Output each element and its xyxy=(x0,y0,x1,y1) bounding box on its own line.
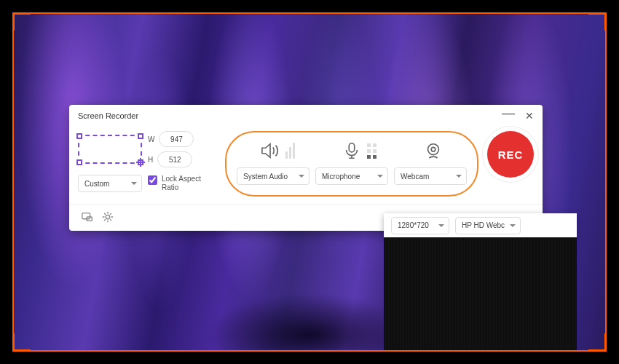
lock-aspect-checkbox[interactable] xyxy=(148,175,157,185)
pip-icon[interactable] xyxy=(81,210,94,223)
capture-region-thumbnail[interactable] xyxy=(78,135,142,164)
webcam-preview xyxy=(384,237,577,350)
microphone-select[interactable]: Microphone xyxy=(315,167,388,185)
system-audio-select[interactable]: System Audio xyxy=(237,167,310,185)
system-audio-value: System Audio xyxy=(243,173,288,181)
height-label: H xyxy=(148,156,153,164)
capture-frame-corner[interactable] xyxy=(588,333,607,352)
capture-frame-edge xyxy=(30,12,589,14)
record-button[interactable]: REC xyxy=(487,131,534,178)
close-button[interactable]: ✕ xyxy=(525,111,534,121)
capture-frame-corner[interactable] xyxy=(12,333,31,352)
webcam-device-value: HP HD Webc xyxy=(462,221,505,229)
webcam-value: Webcam xyxy=(401,173,429,181)
svg-point-2 xyxy=(431,147,435,151)
microphone-icon-slot xyxy=(341,141,376,160)
capture-frame-corner[interactable] xyxy=(588,12,607,31)
svg-point-5 xyxy=(106,215,109,218)
titlebar: Screen Recorder — ✕ xyxy=(69,105,543,124)
capture-settings: W H Custom Lock Aspect Ratio xyxy=(78,131,216,192)
webcam-select[interactable]: Webcam xyxy=(394,167,467,185)
webcam-icon-slot xyxy=(422,141,444,160)
system-audio-icon-slot xyxy=(259,141,295,160)
preset-select[interactable]: Custom xyxy=(78,175,142,192)
width-input[interactable] xyxy=(159,131,194,147)
svg-point-1 xyxy=(427,144,438,155)
sources-group: System Audio Microphone Webcam xyxy=(225,131,478,197)
capture-frame-edge xyxy=(12,30,14,334)
speaker-icon xyxy=(259,141,281,160)
webcam-resolution-select[interactable]: 1280*720 xyxy=(391,217,449,234)
microphone-value: Microphone xyxy=(322,173,360,181)
mic-level-icon xyxy=(367,143,376,159)
webcam-resolution-value: 1280*720 xyxy=(398,221,429,229)
preset-value: Custom xyxy=(84,180,109,188)
settings-icon[interactable] xyxy=(101,210,114,223)
webcam-control-strip: 1280*720 HP HD Webc xyxy=(384,213,577,237)
lock-aspect-row[interactable]: Lock Aspect Ratio xyxy=(148,175,205,192)
capture-frame-corner[interactable] xyxy=(12,12,31,31)
window-title: Screen Recorder xyxy=(78,111,138,120)
svg-rect-0 xyxy=(349,143,354,152)
recorder-panel: Screen Recorder — ✕ W H xyxy=(69,105,543,231)
webcam-icon xyxy=(422,141,444,160)
crosshair-icon xyxy=(136,158,145,167)
lock-aspect-label: Lock Aspect Ratio xyxy=(162,175,205,192)
webcam-device-select[interactable]: HP HD Webc xyxy=(455,217,521,234)
capture-frame-edge xyxy=(30,350,589,352)
svg-rect-3 xyxy=(82,213,90,219)
record-label: REC xyxy=(498,149,524,161)
minimize-button[interactable]: — xyxy=(502,108,515,118)
audio-level-icon xyxy=(285,143,295,159)
height-input[interactable] xyxy=(157,151,192,167)
microphone-icon xyxy=(341,141,363,160)
capture-frame-edge xyxy=(605,30,607,334)
width-label: W xyxy=(148,135,154,143)
